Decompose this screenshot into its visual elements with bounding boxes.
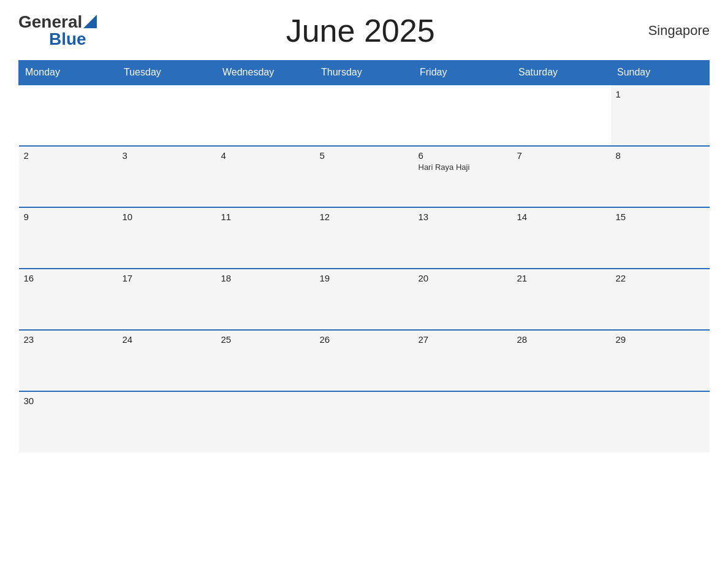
calendar-day-cell: 26 (315, 330, 414, 391)
calendar-day-cell: 12 (315, 207, 414, 269)
calendar-day-cell: 11 (216, 207, 315, 269)
page-title: June 2025 (286, 12, 435, 49)
calendar-week-row-2: 9101112131415 (19, 207, 710, 269)
calendar-day-cell: 29 (611, 330, 710, 391)
calendar-day-cell: 9 (19, 207, 118, 269)
calendar-day-cell (19, 85, 118, 146)
calendar-day-cell (216, 391, 315, 453)
day-number: 1 (616, 89, 705, 99)
calendar-day-cell: 5 (315, 146, 414, 207)
calendar-day-cell: 1 (611, 85, 710, 146)
calendar-day-cell: 21 (512, 269, 611, 330)
col-thursday: Thursday (315, 61, 414, 85)
day-number: 2 (24, 150, 113, 161)
day-number: 29 (616, 334, 705, 345)
day-number: 8 (616, 150, 705, 161)
col-friday: Friday (414, 61, 512, 85)
day-number: 6 (419, 150, 507, 161)
calendar-day-cell: 23 (19, 330, 118, 391)
logo-blue-text: Blue (49, 29, 86, 48)
logo: General Blue (18, 13, 97, 48)
calendar-day-cell (414, 85, 512, 146)
calendar-day-cell (414, 391, 512, 453)
calendar-day-cell: 27 (414, 330, 512, 391)
day-number: 11 (221, 212, 310, 222)
calendar-week-row-3: 16171819202122 (19, 269, 710, 330)
region-label: Singapore (624, 23, 710, 39)
calendar-day-cell (315, 85, 414, 146)
day-number: 18 (221, 273, 310, 283)
calendar-day-cell: 22 (611, 269, 710, 330)
calendar-day-cell: 6Hari Raya Haji (414, 146, 512, 207)
day-number: 25 (221, 334, 310, 345)
calendar-day-cell: 2 (19, 146, 118, 207)
calendar-week-row-5: 30 (19, 391, 710, 453)
col-sunday: Sunday (611, 61, 710, 85)
calendar-day-cell: 4 (216, 146, 315, 207)
calendar-day-cell: 17 (118, 269, 216, 330)
day-number: 4 (221, 150, 310, 161)
day-number: 14 (517, 212, 606, 222)
calendar-day-cell: 30 (19, 391, 118, 453)
calendar-day-cell (118, 85, 216, 146)
day-number: 20 (419, 273, 507, 283)
day-number: 17 (123, 273, 211, 283)
calendar-day-cell: 28 (512, 330, 611, 391)
page-header: General Blue June 2025 Singapore (18, 12, 710, 49)
day-number: 3 (123, 150, 211, 161)
day-number: 27 (419, 334, 507, 345)
event-label: Hari Raya Haji (419, 163, 507, 172)
day-number: 7 (517, 150, 606, 161)
calendar-day-cell: 19 (315, 269, 414, 330)
calendar-day-cell (512, 85, 611, 146)
day-number: 10 (123, 212, 211, 222)
calendar-day-cell: 3 (118, 146, 216, 207)
calendar-day-cell: 18 (216, 269, 315, 330)
day-number: 5 (320, 150, 409, 161)
calendar-week-row-4: 23242526272829 (19, 330, 710, 391)
day-number: 15 (616, 212, 705, 222)
day-number: 22 (616, 273, 705, 283)
col-monday: Monday (19, 61, 118, 85)
day-number: 28 (517, 334, 606, 345)
day-number: 9 (24, 212, 113, 222)
day-number: 24 (123, 334, 211, 345)
day-number: 21 (517, 273, 606, 283)
day-number: 13 (419, 212, 507, 222)
calendar-week-row-0: 1 (19, 85, 710, 146)
calendar-week-row-1: 23456Hari Raya Haji78 (19, 146, 710, 207)
calendar-day-cell: 13 (414, 207, 512, 269)
calendar-day-cell: 7 (512, 146, 611, 207)
calendar-day-cell: 8 (611, 146, 710, 207)
calendar-table: Monday Tuesday Wednesday Thursday Friday… (18, 60, 710, 453)
calendar-day-cell: 24 (118, 330, 216, 391)
calendar-day-cell (512, 391, 611, 453)
logo-triangle-icon (83, 15, 97, 28)
calendar-day-cell (611, 391, 710, 453)
calendar-day-cell: 14 (512, 207, 611, 269)
calendar-day-cell (315, 391, 414, 453)
day-number: 19 (320, 273, 409, 283)
svg-marker-0 (83, 15, 97, 28)
calendar-day-cell: 16 (19, 269, 118, 330)
logo-general-text: General (18, 13, 82, 31)
calendar-day-cell: 15 (611, 207, 710, 269)
calendar-day-cell: 20 (414, 269, 512, 330)
day-number: 30 (24, 396, 113, 406)
calendar-header-row: Monday Tuesday Wednesday Thursday Friday… (19, 61, 710, 85)
col-tuesday: Tuesday (118, 61, 216, 85)
calendar-day-cell (118, 391, 216, 453)
day-number: 12 (320, 212, 409, 222)
calendar-day-cell: 25 (216, 330, 315, 391)
day-number: 23 (24, 334, 113, 345)
col-wednesday: Wednesday (216, 61, 315, 85)
calendar-day-cell (216, 85, 315, 146)
calendar-day-cell: 10 (118, 207, 216, 269)
day-number: 16 (24, 273, 113, 283)
col-saturday: Saturday (512, 61, 611, 85)
day-number: 26 (320, 334, 409, 345)
